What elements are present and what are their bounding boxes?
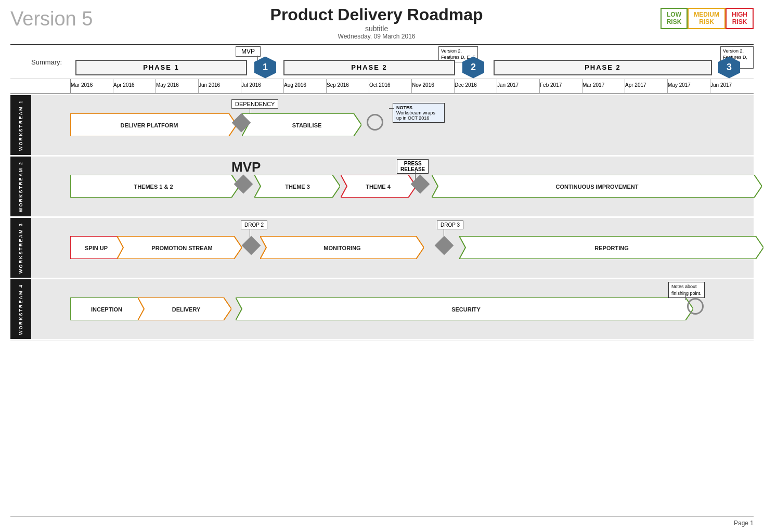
month-dec2016: Dec 2016: [454, 79, 497, 93]
finish-note-box: Notes aboutfinishing point.: [668, 282, 705, 298]
header: Version 5 Product Delivery Roadmap subti…: [10, 5, 754, 40]
svg-text:MONITORING: MONITORING: [323, 245, 360, 251]
subtitle-text: subtitle: [93, 24, 660, 33]
ws4-content: INCEPTION DELIVERY SECURITY Notes aboutf…: [70, 279, 754, 339]
svg-text:THEME 3: THEME 3: [285, 184, 310, 190]
workstream3-row: WORKSTREAM 3 SPIN UP PROMOTION STREAM DR…: [10, 218, 754, 278]
svg-text:SPIN UP: SPIN UP: [85, 245, 108, 251]
summary-row: Summary: MVP Version 2.Features D, E, F …: [10, 45, 754, 79]
svg-text:DELIVERY: DELIVERY: [172, 306, 201, 313]
month-oct2016: Oct 2016: [369, 79, 411, 93]
ws4-label: WORKSTREAM 4: [18, 284, 23, 335]
svg-text:THEMES 1 & 2: THEMES 1 & 2: [134, 184, 173, 190]
month-apr2016: Apr 2016: [113, 79, 156, 93]
ws3-label: WORKSTREAM 3: [18, 223, 23, 274]
month-jun2017: Jun 2017: [710, 79, 753, 93]
deliver-platform-shape: DELIVER PLATFORM: [70, 113, 237, 136]
workstream2-row: WORKSTREAM 2 THEMES 1 & 2 MVP THEME 3: [10, 157, 754, 216]
ws3-diamond1: [242, 236, 261, 255]
phase2b-box: PHASE 2: [494, 60, 712, 75]
ws1-notes-line: [389, 108, 394, 109]
finish-note-line: [685, 294, 686, 300]
low-risk-label: LOWRISK: [667, 11, 682, 25]
page-label: Page 1: [734, 520, 754, 527]
month-header: Mar 2016 Apr 2016 May 2016 Jun 2016 Jul …: [10, 79, 754, 94]
month-nov2016: Nov 2016: [411, 79, 454, 93]
theme4-shape: THEME 4: [341, 175, 416, 198]
ws1-label: WORKSTREAM 1: [18, 100, 23, 151]
ws4-circle: [687, 298, 704, 315]
svg-text:PROMOTION STREAM: PROMOTION STREAM: [151, 245, 212, 251]
month-sep2016: Sep 2016: [326, 79, 369, 93]
dependency-box: DEPENDENCY: [231, 99, 278, 109]
phase1-box: PHASE 1: [75, 60, 247, 75]
phase2a-box: PHASE 2: [283, 60, 455, 75]
mvp-large-label: MVP: [231, 159, 261, 175]
ws1-label-container: WORKSTREAM 1: [10, 95, 31, 155]
ws3-diamond2: [435, 236, 454, 255]
month-mar2017: Mar 2017: [582, 79, 625, 93]
ws4-label-container: WORKSTREAM 4: [10, 279, 31, 339]
drop2-box: DROP 2: [241, 220, 267, 229]
footer-line: [10, 516, 754, 516]
theme3-shape: THEME 3: [254, 175, 340, 198]
svg-text:THEME 4: THEME 4: [366, 184, 391, 190]
title-block: Product Delivery Roadmap subtitle Wednes…: [93, 5, 660, 40]
month-jul2016: Jul 2016: [241, 79, 283, 93]
ws3-content: SPIN UP PROMOTION STREAM DROP 2 MONITORI…: [70, 218, 754, 278]
month-mar2016: Mar 2016: [70, 79, 113, 93]
svg-text:INCEPTION: INCEPTION: [91, 306, 122, 313]
risk-high-box: HIGHRISK: [726, 8, 754, 29]
mvp-callout-box: MVP: [236, 46, 261, 57]
risk-medium-box: MEDIUMRISK: [688, 8, 726, 29]
month-may2016: May 2016: [156, 79, 198, 93]
timeline-area: Summary: MVP Version 2.Features D, E, F …: [10, 44, 754, 341]
ws2-label: WORKSTREAM 2: [18, 161, 23, 212]
svg-text:CONTINUOUS IMPROVEMENT: CONTINUOUS IMPROVEMENT: [556, 184, 639, 190]
drop3-box: DROP 3: [437, 220, 463, 229]
workstream4-row: WORKSTREAM 4 INCEPTION DELIVERY SECURITY: [10, 279, 754, 339]
ws1-notes-box: NOTES Workstream wrapsup in OCT 2016: [393, 103, 445, 123]
risk-legend: LOWRISK MEDIUMRISK HIGHRISK: [661, 8, 754, 29]
workstream1-row: WORKSTREAM 1 DELIVER PLATFORM DEPENDENCY…: [10, 95, 754, 155]
page-container: Version 5 Product Delivery Roadmap subti…: [0, 0, 764, 532]
ws1-notes-title: NOTES: [396, 105, 441, 110]
delivery-shape: DELIVERY: [138, 297, 231, 320]
main-title: Product Delivery Roadmap: [93, 5, 660, 24]
stabilise-shape: STABILISE: [242, 113, 361, 136]
month-apr2017: Apr 2017: [625, 79, 667, 93]
reporting-shape: REPORTING: [459, 236, 763, 259]
month-feb2017: Feb 2017: [539, 79, 582, 93]
press-callout-line: [415, 170, 416, 179]
svg-text:SECURITY: SECURITY: [451, 306, 481, 313]
press-release-box: PRESSRELEASE: [397, 159, 429, 174]
ws1-spacer: [31, 95, 70, 155]
monitoring-shape: MONITORING: [260, 236, 424, 259]
version-label: Version 5: [10, 8, 93, 30]
svg-text:REPORTING: REPORTING: [594, 245, 628, 251]
ws3-spacer: [31, 218, 70, 278]
ws1-circle: [367, 114, 383, 131]
inception-shape: INCEPTION: [70, 297, 146, 320]
ws1-notes-body: Workstream wrapsup in OCT 2016: [396, 110, 441, 121]
promo-shape: PROMOTION STREAM: [117, 236, 242, 259]
month-jan2017: Jan 2017: [497, 79, 539, 93]
ws2-spacer: [31, 157, 70, 216]
summary-label: Summary:: [10, 58, 70, 66]
risk-low-box: LOWRISK: [661, 8, 688, 29]
medium-risk-label: MEDIUMRISK: [694, 11, 719, 25]
page-footer: Page 1: [734, 520, 754, 527]
months-container: Mar 2016 Apr 2016 May 2016 Jun 2016 Jul …: [70, 79, 754, 93]
ws1-content: DELIVER PLATFORM DEPENDENCY STABILISE N: [70, 95, 754, 155]
month-jun2016: Jun 2016: [198, 79, 241, 93]
date-label: Wednesday, 09 March 2016: [93, 33, 660, 40]
high-risk-label: HIGHRISK: [732, 11, 747, 25]
summary-content: MVP Version 2.Features D, E, F Version 2…: [70, 45, 754, 79]
ws3-label-container: WORKSTREAM 3: [10, 218, 31, 278]
svg-text:DELIVER PLATFORM: DELIVER PLATFORM: [120, 122, 178, 128]
ws2-label-container: WORKSTREAM 2: [10, 157, 31, 216]
security-shape: SECURITY: [236, 297, 693, 320]
month-aug2016: Aug 2016: [283, 79, 326, 93]
svg-text:STABILISE: STABILISE: [292, 122, 322, 128]
ws4-spacer: [31, 279, 70, 339]
